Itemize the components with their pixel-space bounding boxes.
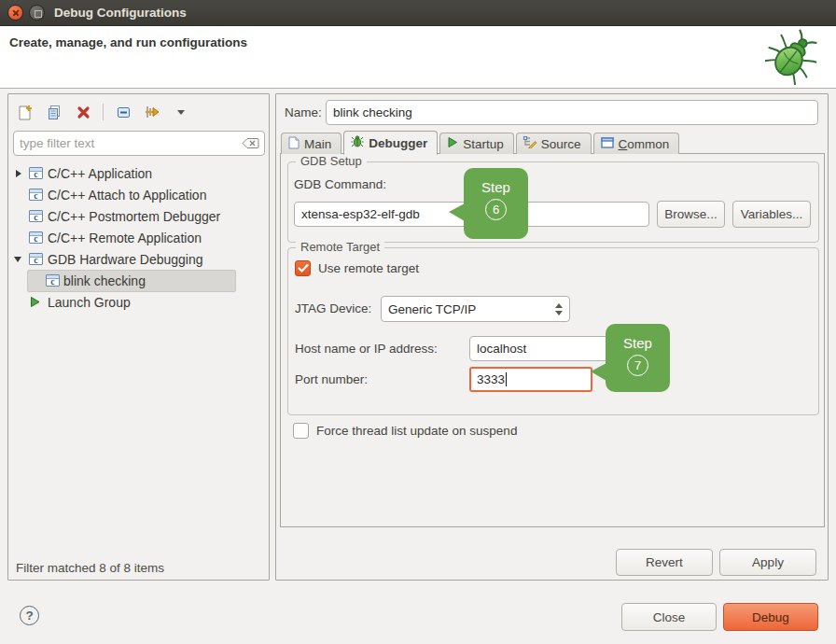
debug-configurations-dialog: Debug Configurations Create, manage, and… xyxy=(0,0,836,644)
port-label: Port number: xyxy=(295,372,368,386)
spinner-arrows-icon[interactable] xyxy=(555,303,563,315)
tab-common[interactable]: Common xyxy=(593,133,680,154)
revert-button[interactable]: Revert xyxy=(616,549,713,576)
c-app-icon xyxy=(46,274,60,287)
variables-button[interactable]: Variables... xyxy=(732,201,811,228)
c-app-icon xyxy=(29,210,43,222)
bug-icon xyxy=(351,135,364,151)
jtag-device-label: JTAG Device: xyxy=(295,301,371,315)
apply-button[interactable]: Apply xyxy=(719,549,816,576)
configurations-sidebar: C/C++ Application C/C++ Attach to Applic… xyxy=(7,93,270,581)
help-button[interactable]: ? xyxy=(20,606,39,625)
force-thread-label: Force thread list update on suspend xyxy=(316,424,517,438)
toolbar-separator xyxy=(103,104,104,120)
close-button[interactable]: Close xyxy=(621,603,717,631)
host-label: Host name or IP address: xyxy=(295,342,438,356)
step-6-callout: Step 6 xyxy=(464,168,528,239)
callout-tail-left xyxy=(591,363,606,381)
configuration-editor: Name: Main xyxy=(275,93,829,581)
gdb-setup-group: GDB Setup GDB Command: Browse... Variabl… xyxy=(287,161,819,243)
expander-collapsed-icon[interactable] xyxy=(16,170,25,177)
window-title: Debug Configurations xyxy=(54,0,187,25)
document-icon xyxy=(288,136,300,152)
use-remote-target-label: Use remote target xyxy=(318,261,419,275)
debug-bug-icon xyxy=(765,29,819,89)
c-app-icon xyxy=(29,189,43,201)
c-app-icon xyxy=(29,253,43,265)
name-input[interactable] xyxy=(326,100,818,125)
remote-target-group: Remote Target Use remote target JTAG Dev… xyxy=(287,247,819,415)
duplicate-icon[interactable] xyxy=(45,103,63,121)
sidebar-toolbar xyxy=(12,98,190,126)
port-input[interactable]: 3333 xyxy=(469,367,592,392)
tree-item-cpp-postmortem[interactable]: C/C++ Postmortem Debugger xyxy=(8,205,269,227)
name-label: Name: xyxy=(285,105,322,119)
tree-item-cpp-remote[interactable]: C/C++ Remote Application xyxy=(8,227,269,248)
view-menu-icon[interactable] xyxy=(172,103,190,121)
source-tree-icon xyxy=(523,136,536,151)
configuration-tree: C/C++ Application C/C++ Attach to Applic… xyxy=(8,162,269,313)
remote-target-legend: Remote Target xyxy=(296,240,384,254)
c-app-icon xyxy=(29,231,43,244)
filter-status-text: Filter matched 8 of 8 items xyxy=(16,561,164,575)
filter-icon[interactable] xyxy=(143,103,161,121)
window-maximize-icon[interactable] xyxy=(29,5,45,21)
tree-item-gdb-hardware[interactable]: GDB Hardware Debugging xyxy=(8,248,269,270)
tab-debugger[interactable]: Debugger xyxy=(343,131,438,155)
unchecked-checkbox-icon[interactable] xyxy=(293,423,309,439)
editor-tabs: Main Debugger xyxy=(281,130,679,154)
use-remote-target-row[interactable]: Use remote target xyxy=(295,260,419,276)
browse-button[interactable]: Browse... xyxy=(657,201,725,228)
gdb-command-label: GDB Command: xyxy=(294,177,386,191)
text-cursor xyxy=(506,372,507,386)
page-title: Create, manage, and run configurations xyxy=(9,35,247,49)
expander-expanded-icon[interactable] xyxy=(14,257,23,262)
launch-group-icon xyxy=(29,296,41,308)
tree-item-cpp-attach[interactable]: C/C++ Attach to Application xyxy=(8,184,269,205)
collapse-all-icon[interactable] xyxy=(114,103,132,121)
filter-input[interactable] xyxy=(14,136,242,150)
host-input[interactable] xyxy=(469,336,624,361)
jtag-device-select[interactable]: Generic TCP/IP xyxy=(381,296,570,322)
tree-item-cpp-application[interactable]: C/C++ Application xyxy=(8,162,269,184)
tab-source[interactable]: Source xyxy=(516,133,592,154)
clear-filter-icon[interactable] xyxy=(242,137,259,149)
new-config-icon[interactable] xyxy=(16,103,35,121)
step-7-callout: Step 7 xyxy=(606,324,670,392)
callout-tail-left xyxy=(449,203,465,221)
step-number-badge: 7 xyxy=(627,355,648,376)
debug-button[interactable]: Debug xyxy=(723,603,818,631)
window-close-icon[interactable] xyxy=(7,5,23,21)
title-bar: Debug Configurations xyxy=(0,0,836,26)
force-thread-row[interactable]: Force thread list update on suspend xyxy=(293,423,517,439)
window-icon xyxy=(601,137,614,151)
c-app-icon xyxy=(29,167,43,179)
step-number-badge: 6 xyxy=(485,199,507,220)
filter-field xyxy=(13,131,265,156)
gdb-setup-legend: GDB Setup xyxy=(296,154,367,168)
tree-item-blink-checking[interactable]: blink checking xyxy=(8,270,269,291)
tree-item-launch-group[interactable]: Launch Group xyxy=(8,291,269,313)
play-icon xyxy=(447,136,458,151)
dialog-header: Create, manage, and run configurations xyxy=(0,26,836,89)
tab-main[interactable]: Main xyxy=(281,133,341,154)
delete-icon[interactable] xyxy=(74,103,92,121)
tab-startup[interactable]: Startup xyxy=(439,133,514,154)
checked-checkbox-icon[interactable] xyxy=(295,260,311,276)
debugger-tab-panel: GDB Setup GDB Command: Browse... Variabl… xyxy=(280,153,825,527)
